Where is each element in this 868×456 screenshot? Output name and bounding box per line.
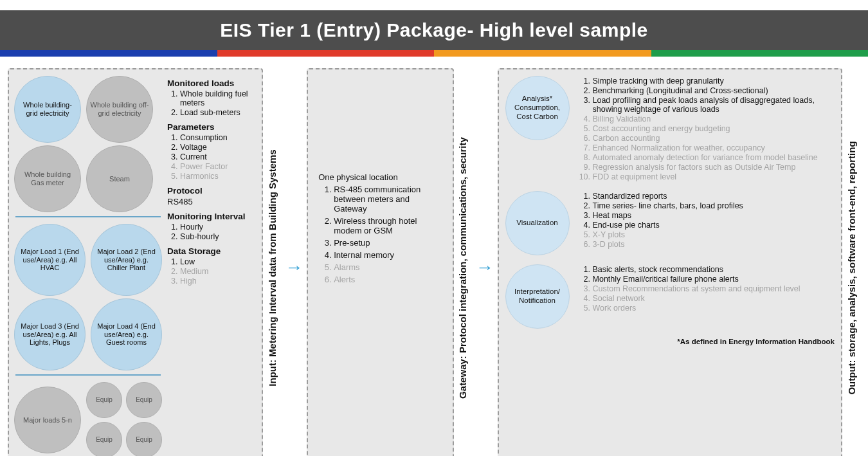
input-vlabel: Input: Metering Interval data from Build… bbox=[263, 68, 281, 456]
list-item: End-use pie charts bbox=[593, 221, 743, 230]
protocol-value: RS485 bbox=[167, 197, 255, 206]
monitored-heading: Monitored loads bbox=[167, 78, 255, 88]
output-vlabel: Output: storage, analysis, software fron… bbox=[842, 68, 860, 456]
equip-bubble: Equip bbox=[86, 422, 122, 456]
list-item: Work orders bbox=[593, 304, 800, 313]
list-item: Wireless through hotel modem or GSM bbox=[334, 216, 444, 235]
list-item: RS-485 communication between meters and … bbox=[334, 185, 444, 214]
list-item: Load sub-meters bbox=[180, 108, 255, 117]
bubble: Whole building off-grid electricity bbox=[86, 76, 153, 143]
list-item: Whole building fuel meters bbox=[180, 89, 255, 107]
output-bubble: Visualization bbox=[505, 191, 570, 255]
bubble: Steam bbox=[86, 145, 153, 212]
list-item: Standardized reports bbox=[593, 192, 743, 201]
list-item: High bbox=[180, 277, 255, 286]
list-item: Benchmarking (Longitudinal and Cross-sec… bbox=[593, 86, 835, 95]
output-row: Interpretation/ NotificationBasic alerts… bbox=[505, 264, 835, 329]
list-item: Simple tracking with deep granularity bbox=[593, 77, 835, 86]
output-panel: Analysis* Consumption, Cost CarbonSimple… bbox=[498, 68, 842, 456]
list-item: Automated anomaly detection for variance… bbox=[593, 153, 835, 162]
gateway-lead: One physical location bbox=[318, 172, 444, 182]
input-spec: Monitored loads Whole building fuel mete… bbox=[162, 76, 255, 456]
list-item: Medium bbox=[180, 267, 255, 276]
list-item: Load profiling and peak loads analysis o… bbox=[593, 96, 835, 114]
list-item: X-Y plots bbox=[593, 230, 743, 239]
list-item: Cost accounting and energy budgeting bbox=[593, 124, 835, 133]
equip-bubble: Equip bbox=[126, 422, 162, 456]
color-stripe bbox=[0, 50, 868, 57]
input-panel: Whole building- grid electricityWhole bu… bbox=[8, 68, 263, 456]
list-item: Billing Validation bbox=[593, 114, 835, 123]
list-item: Social network bbox=[593, 294, 800, 303]
list-item: Regression analysis for factors such as … bbox=[593, 163, 835, 172]
equip-bubble: Equip bbox=[126, 382, 162, 418]
output-footnote: *As defined in Energy Information Handbo… bbox=[505, 338, 835, 345]
list-item: Harmonics bbox=[180, 172, 255, 181]
output-row: Analysis* Consumption, Cost CarbonSimple… bbox=[505, 76, 835, 182]
bubble: Major Load 1 (End use/Area) e.g. All HVA… bbox=[14, 224, 86, 296]
list-item: Custom Recommendations at system and equ… bbox=[593, 284, 800, 293]
list-item: Basic alerts, stock recommendations bbox=[593, 265, 800, 274]
gateway-vlabel: Gateway: Protocol integration, communica… bbox=[454, 68, 472, 456]
output-bubble: Analysis* Consumption, Cost Carbon bbox=[505, 76, 570, 140]
list-item: Voltage bbox=[180, 143, 255, 152]
list-item: Hourly bbox=[180, 223, 255, 232]
list-item: Alarms bbox=[334, 262, 444, 272]
interval-heading: Monitoring Interval bbox=[167, 212, 255, 221]
bubble: Whole building Gas meter bbox=[14, 145, 81, 212]
list-item: 3-D plots bbox=[593, 240, 743, 249]
list-item: Enhanced Normalization for weather, occu… bbox=[593, 143, 835, 152]
list-item: Alerts bbox=[334, 275, 444, 284]
list-item: Heat maps bbox=[593, 211, 743, 220]
bubble: Major loads 5-n bbox=[14, 387, 81, 453]
output-row: VisualizationStandardized reportsTime se… bbox=[505, 191, 835, 255]
list-item: FDD at equipment level bbox=[593, 172, 835, 181]
page-title: EIS Tier 1 (Entry) Package- High level s… bbox=[0, 10, 868, 50]
bubble: Major Load 4 (End use/Area) e.g. Guest r… bbox=[91, 298, 162, 370]
protocol-heading: Protocol bbox=[167, 186, 255, 196]
bubble: Major Load 3 (End use/Area) e.g. All Lig… bbox=[14, 298, 86, 370]
list-item: Internal memory bbox=[334, 250, 444, 260]
equip-bubble: Equip bbox=[86, 382, 122, 418]
list-item: Current bbox=[180, 152, 255, 161]
diagram-stage: Whole building- grid electricityWhole bu… bbox=[0, 57, 868, 456]
list-item: Consumption bbox=[180, 133, 255, 142]
list-item: Monthly Email/critical failure phone ale… bbox=[593, 275, 800, 284]
list-item: Carbon accounting bbox=[593, 134, 835, 143]
arrow-icon: → bbox=[281, 68, 307, 456]
list-item: Power Factor bbox=[180, 162, 255, 171]
input-bubbles: Whole building- grid electricityWhole bu… bbox=[14, 76, 162, 456]
gateway-panel: One physical location RS-485 communicati… bbox=[307, 68, 454, 456]
list-item: Time series- line charts, bars, load pro… bbox=[593, 201, 743, 210]
list-item: Sub-hourly bbox=[180, 232, 255, 241]
list-item: Low bbox=[180, 257, 255, 266]
list-item: Pre-setup bbox=[334, 238, 444, 248]
output-bubble: Interpretation/ Notification bbox=[505, 264, 570, 329]
storage-heading: Data Storage bbox=[167, 246, 255, 256]
parameters-heading: Parameters bbox=[167, 122, 255, 132]
bubble: Whole building- grid electricity bbox=[14, 76, 81, 143]
bubble: Major Load 2 (End use/Area) e.g. Chiller… bbox=[91, 224, 162, 296]
arrow-icon: → bbox=[472, 68, 498, 456]
